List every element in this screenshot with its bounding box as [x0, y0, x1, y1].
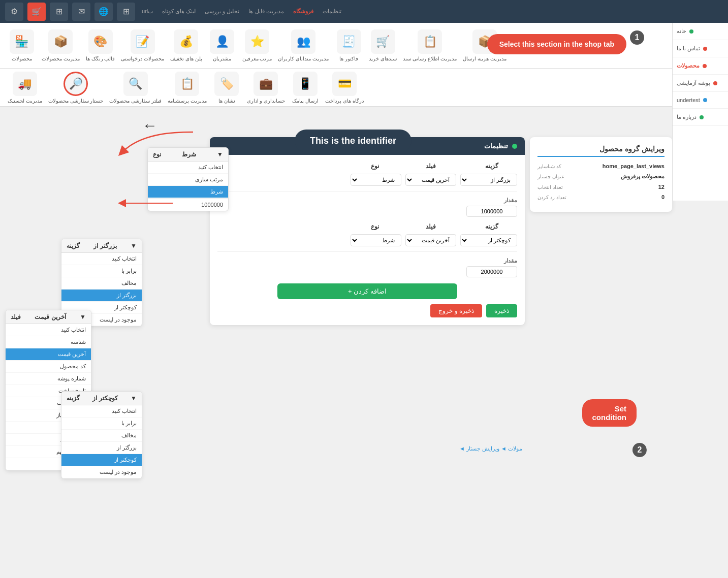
toolbar-badges[interactable]: 🏷️ نشان ها [213, 72, 241, 104]
identifier-value: home_page_last_views [603, 163, 664, 169]
save-button[interactable]: ذخیره [486, 304, 517, 317]
sidebar-contact-dot [703, 47, 707, 51]
type-select-2[interactable]: شرط مرتب سازی [351, 234, 401, 246]
right-sidebar: خانه تماس با ما محصولات پوشه آزمایشی und… [672, 23, 728, 201]
cat2-option-select[interactable]: انتخاب کنید [61, 405, 142, 418]
nav-icon-grid[interactable]: ⊞ [117, 3, 135, 21]
value-input-2[interactable] [466, 266, 517, 277]
sidebar-item-products[interactable]: محصولات [673, 57, 728, 75]
nav-shop[interactable]: فروشگاه [289, 6, 318, 17]
cat2-option-notequal[interactable]: مخالف [61, 430, 142, 442]
shipping-label: مدیریت هزینه ارسال [463, 56, 507, 61]
nav-icon-cart[interactable]: 🛒 [27, 3, 46, 21]
toolbar-accounting[interactable]: 💼 حسابداری و اداری [247, 72, 286, 104]
top-nav-bar: تنظیمات فروشگاه مدیریت فایل ها تحلیل و ب… [0, 0, 728, 23]
sidebar-item-about[interactable]: درباره ما [673, 109, 728, 126]
cat2-option-greater[interactable]: بزرگتر از [61, 442, 142, 454]
nav-icon-url[interactable]: 🌐 [94, 3, 113, 21]
nav-links[interactable]: لینک های کوتاه [158, 6, 200, 17]
toolbar-gateway[interactable]: 💳 درگاه های پرداخت [325, 72, 364, 104]
toolbar-carts[interactable]: 🛒 سبدهای خرید [369, 29, 397, 61]
toolbar-notifications[interactable]: 📋 مدیریت اطلاع رسانی سند [403, 29, 457, 61]
type-select-1[interactable]: شرط مرتب سازی [351, 174, 401, 186]
surveys-icon: 📋 [175, 72, 199, 96]
sms-label: ارسال پیامک [292, 98, 319, 104]
toolbar-customsearch[interactable]: 🔎 جستار سفارشی محصولات [48, 72, 104, 104]
cat-option-select[interactable]: انتخاب کنید [61, 253, 142, 265]
sidebar-item-undertest[interactable]: undertest [673, 92, 728, 109]
identifier-container: This is the identifier ← [142, 117, 157, 134]
sidebar-products-dot [703, 64, 707, 68]
toolbar-customers[interactable]: 👤 مشتریان [208, 29, 236, 61]
field-opt-folder[interactable]: شماره پوشه [6, 373, 91, 385]
referrals-label: مرتب معرفین [242, 56, 272, 61]
add-condition-button[interactable]: اضافه کردن + [277, 283, 457, 299]
main-content: This is the identifier ← ویرایش گروه محص… [0, 107, 672, 483]
type-option-sort[interactable]: مرتب سازی [148, 174, 228, 186]
filter-header-row-2: گزینه فیلد نوع [217, 223, 517, 230]
step1-badge: 1 [630, 30, 644, 45]
nav-icon-settings[interactable]: ⚙ [5, 3, 23, 21]
sms-icon: 📱 [293, 72, 318, 96]
sidebar-undertest-dot [703, 98, 707, 102]
identifier-label: کد شناسایر [537, 164, 561, 169]
main-toolbar: 1 Select this section in the shop tab 📦 … [0, 23, 728, 69]
usermgmt-label: مدیریت مندابای کاربران [278, 56, 329, 61]
nav-icon-table[interactable]: ⊞ [50, 3, 68, 21]
set-condition-container: Set condition 2 [632, 443, 652, 457]
nav-url[interactable]: بurl [138, 6, 157, 17]
requested-label: محصولات درخواستی [121, 56, 164, 61]
toolbar-usermgmt[interactable]: 👥 مدیریت مندابای کاربران [278, 29, 329, 61]
nav-filemanager[interactable]: مدیریت فایل ها [244, 6, 288, 17]
sidebar-item-folder[interactable]: پوشه آزمایشی [673, 75, 728, 92]
type-option-select[interactable]: انتخاب کنید [148, 162, 228, 174]
sidebar-item-contact[interactable]: تماس با ما [673, 40, 728, 57]
type-option-condition[interactable]: شرط [148, 186, 228, 198]
field-opt-select[interactable]: انتخاب کنید [6, 324, 91, 336]
nav-icon-email[interactable]: ✉ [72, 3, 90, 21]
nav-settings[interactable]: تنظیمات [319, 6, 345, 17]
cat2-option-equal[interactable]: برابر با [61, 418, 142, 430]
toolbar-productmgmt[interactable]: 📦 مدیریت محصولات [42, 29, 80, 61]
cat-option-notequal[interactable]: مخالف [61, 277, 142, 290]
toolbar-sms[interactable]: 📱 ارسال پیامک [291, 72, 319, 104]
breadcrumb-part1[interactable]: مولات [508, 445, 522, 452]
toolbar-customfilter[interactable]: 🔍 فیلتر سفارشی محصولات [109, 72, 162, 104]
field-select-1[interactable]: آخرین قیمت کد محصول شناسه [405, 174, 456, 186]
field-opt-code[interactable]: کد محصول [6, 361, 91, 373]
toolbar-invoices[interactable]: 🧾 فاکتور ها [335, 29, 363, 61]
cat2-option-inlist[interactable]: موجود در لیست [61, 466, 142, 478]
toolbar-colorschemes[interactable]: 🎨 قالب رنگک ها [86, 29, 115, 61]
category-select-1[interactable]: بزرگتر از کوچکتر از برابر با مخالف موجود… [460, 174, 517, 186]
filter-header-dot [512, 144, 517, 149]
toolbar-referrals[interactable]: ⭐ مرتب معرفین [242, 29, 272, 61]
badges-label: نشان ها [218, 98, 235, 104]
field-select-2[interactable]: آخرین قیمت کد محصول شناسه [405, 234, 456, 246]
type-dropdown-header-1: ▼ شرط نوع [148, 148, 228, 162]
category-select-2[interactable]: کوچکتر از بزرگتر از برابر با مخالف موجود… [460, 234, 517, 246]
toolbar-discounts[interactable]: 💰 پلن های تخفیف [170, 29, 202, 61]
field-opt-id[interactable]: شناسه [6, 336, 91, 348]
col-header-category-2: گزینه [466, 223, 517, 230]
exit-save-button[interactable]: ذخیره و خروج [430, 304, 482, 317]
toolbar-surveys[interactable]: 📋 مدیریت پرسشنامه [168, 72, 207, 104]
toolbar-requested[interactable]: 📝 محصولات درخواستی [121, 29, 164, 61]
toolbar-logistics[interactable]: 🚚 مدیریت لجستیک [8, 72, 42, 104]
breadcrumb-part2[interactable]: ویرایش جستار [466, 445, 499, 452]
set-condition-badge[interactable]: Set condition [582, 399, 637, 427]
sidebar-home-dot [689, 29, 693, 34]
nav-analytics[interactable]: تحلیل و بررسی [201, 6, 243, 17]
field-opt-price[interactable]: آخرین قیمت [6, 348, 91, 361]
toolbar-products[interactable]: 🏪 محصولات [8, 29, 36, 61]
cat-option-equal[interactable]: برابر با [61, 265, 142, 277]
cat2-option-less[interactable]: کوچکتر از [61, 454, 142, 466]
customfilter-label: فیلتر سفارشی محصولات [109, 98, 162, 104]
value-input-1[interactable] [466, 206, 517, 217]
carts-label: سبدهای خرید [369, 56, 397, 61]
count-label: تعداد انتخاب [537, 184, 563, 190]
customers-icon: 👤 [210, 29, 234, 54]
accounting-label: حسابداری و اداری [247, 98, 286, 104]
sidebar-item-home[interactable]: خانه [673, 23, 728, 40]
cat-option-greater[interactable]: بزرگتر از [61, 290, 142, 302]
col-header-field-2: فیلد [400, 223, 461, 230]
